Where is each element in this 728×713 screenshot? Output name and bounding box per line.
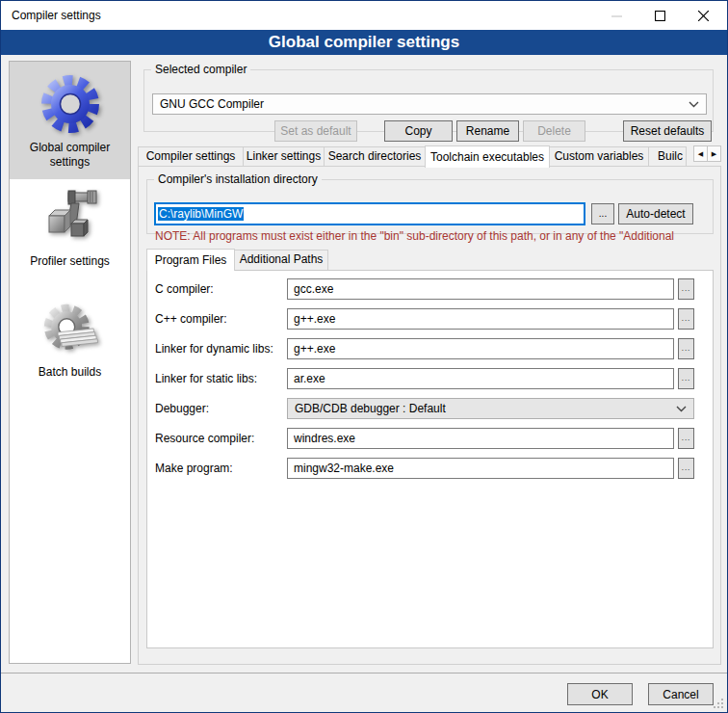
dialog-banner: Global compiler settings [1, 30, 727, 55]
copy-button[interactable]: Copy [384, 120, 453, 142]
main-panel: Selected compiler GNU GCC Compiler Set a… [138, 61, 721, 666]
sidebar-item-global-compiler-settings[interactable]: Global compiler settings [10, 62, 130, 179]
gray-gear-stack-icon [41, 302, 99, 359]
resource-compiler-browse-button[interactable]: ... [678, 428, 694, 449]
maximize-button[interactable] [638, 1, 682, 30]
close-button[interactable] [682, 1, 725, 30]
resource-compiler-input[interactable] [287, 428, 674, 449]
cpp-compiler-row: C++ compiler: ... [147, 308, 713, 330]
main-tabstrip: Compiler settings Linker settings Search… [138, 145, 721, 167]
bin-subdirectory-note: NOTE: All programs must exist either in … [155, 229, 710, 243]
settings-category-sidebar: Global compiler settings [9, 61, 131, 664]
ok-button[interactable]: OK [567, 683, 633, 705]
compiler-select[interactable]: GNU GCC Compiler [152, 93, 707, 115]
debugger-row: Debugger: GDB/CDB debugger : Default [147, 398, 713, 419]
dynamic-linker-row: Linker for dynamic libs: ... [147, 338, 713, 359]
tab-scroll-left-button[interactable]: ◀ [693, 145, 708, 162]
make-program-label: Make program: [155, 462, 233, 475]
c-compiler-label: C compiler: [155, 282, 214, 296]
compiler-select-value: GNU GCC Compiler [160, 97, 264, 111]
reset-defaults-button[interactable]: Reset defaults [623, 120, 712, 142]
window-title: Compiler settings [12, 9, 101, 22]
installation-directory-group: Compiler's installation directory C:\ray… [146, 172, 714, 234]
installation-directory-label: Compiler's installation directory [154, 172, 322, 186]
sidebar-item-label: Batch builds [16, 365, 124, 380]
installation-directory-value: C:\raylib\MinGW [158, 207, 244, 221]
set-as-default-button[interactable]: Set as default [274, 120, 357, 142]
debugger-select[interactable]: GDB/CDB debugger : Default [287, 398, 694, 419]
tab-toolchain-executables[interactable]: Toolchain executables [425, 145, 550, 168]
tab-linker-settings[interactable]: Linker settings [243, 146, 325, 167]
chevron-down-icon [676, 406, 687, 412]
dynamic-linker-input[interactable] [287, 338, 674, 359]
maximize-icon [655, 11, 665, 21]
c-compiler-browse-button[interactable]: ... [678, 278, 694, 300]
static-linker-label: Linker for static libs: [155, 372, 257, 385]
c-compiler-input[interactable] [287, 278, 674, 300]
arrow-right-icon: ▶ [712, 150, 716, 158]
browse-directory-button[interactable]: ... [591, 203, 614, 224]
toolchain-executables-page: Compiler's installation directory C:\ray… [138, 166, 721, 665]
dynamic-linker-browse-button[interactable]: ... [678, 338, 694, 359]
minimize-button[interactable] [595, 1, 638, 30]
selected-compiler-group-label: Selected compiler [151, 63, 250, 76]
tab-custom-variables[interactable]: Custom variables [549, 146, 649, 167]
tab-build-options-clipped[interactable]: Builc [648, 146, 687, 167]
static-linker-row: Linker for static libs: ... [147, 368, 713, 389]
blue-gear-icon [39, 73, 101, 135]
sidebar-item-label: Global compiler settings [16, 141, 124, 170]
close-icon [698, 11, 709, 21]
tab-scroll-right-button[interactable]: ▶ [707, 145, 721, 162]
tab-search-directories[interactable]: Search directories [324, 146, 426, 167]
make-program-browse-button[interactable]: ... [678, 458, 694, 479]
tab-program-files[interactable]: Program Files [146, 249, 235, 271]
minimize-icon [611, 11, 622, 21]
arrow-left-icon: ◀ [698, 150, 703, 158]
compiler-settings-dialog: Compiler settings Global compiler settin… [0, 0, 728, 713]
static-linker-browse-button[interactable]: ... [678, 368, 694, 389]
installation-directory-input[interactable]: C:\raylib\MinGW [155, 203, 585, 224]
resize-grip[interactable] [715, 700, 723, 708]
cpp-compiler-label: C++ compiler: [155, 312, 227, 326]
footer-divider [1, 673, 727, 673]
sub-tabstrip: Program Files Additional Paths [146, 248, 327, 270]
cpp-compiler-input[interactable] [287, 308, 674, 330]
sidebar-item-batch-builds[interactable]: Batch builds [10, 302, 130, 380]
program-files-panel: C compiler: ... C++ compiler: ... Linker… [146, 270, 714, 648]
cpp-compiler-browse-button[interactable]: ... [678, 308, 694, 330]
chevron-down-icon [689, 101, 699, 108]
titlebar: Compiler settings [1, 1, 727, 30]
resource-compiler-label: Resource compiler: [155, 432, 254, 445]
debugger-select-value: GDB/CDB debugger : Default [295, 402, 446, 415]
caliper-icon [39, 187, 101, 249]
c-compiler-row: C compiler: ... [147, 278, 713, 300]
delete-button[interactable]: Delete [523, 120, 585, 142]
selected-compiler-group: Selected compiler GNU GCC Compiler Set a… [143, 63, 714, 132]
rename-button[interactable]: Rename [456, 120, 519, 142]
resource-compiler-row: Resource compiler: ... [147, 428, 713, 449]
sidebar-item-profiler-settings[interactable]: Profiler settings [10, 187, 130, 269]
window-controls [595, 1, 725, 30]
static-linker-input[interactable] [287, 368, 674, 389]
make-program-input[interactable] [287, 458, 674, 479]
debugger-label: Debugger: [155, 402, 209, 415]
auto-detect-button[interactable]: Auto-detect [618, 203, 693, 224]
tab-scroll-arrows: ◀ ▶ [694, 145, 721, 162]
sidebar-item-label: Profiler settings [16, 254, 124, 269]
tab-compiler-settings[interactable]: Compiler settings [138, 146, 244, 167]
cancel-button[interactable]: Cancel [648, 683, 714, 705]
tab-additional-paths[interactable]: Additional Paths [234, 250, 328, 270]
make-program-row: Make program: ... [147, 458, 713, 479]
dynamic-linker-label: Linker for dynamic libs: [155, 342, 273, 356]
